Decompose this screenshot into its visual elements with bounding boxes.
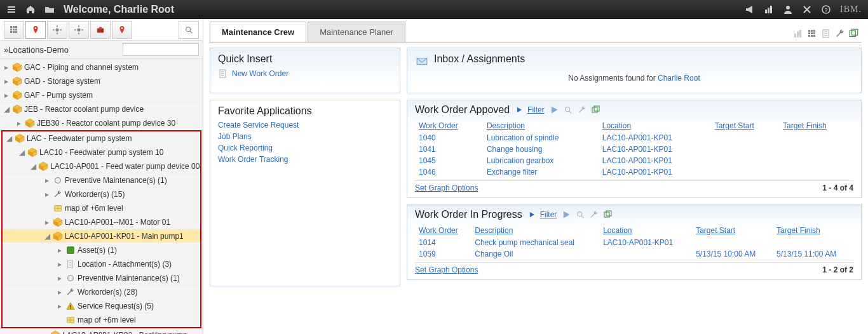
table-cell-link[interactable]: LAC10-AP001-KP01 bbox=[602, 145, 672, 154]
col-work-order[interactable]: Work Order bbox=[415, 224, 471, 237]
clear-icon[interactable] bbox=[590, 210, 599, 219]
table-cell-link[interactable]: Exchange filter bbox=[487, 168, 537, 177]
tree-node-gaf[interactable]: ▸GAF - Pump system bbox=[0, 88, 203, 102]
tree-node-pm1b[interactable]: ▸Preventive Maintenance(s) (1) bbox=[3, 271, 200, 285]
search-icon[interactable] bbox=[576, 210, 585, 219]
grid-view-button[interactable] bbox=[4, 21, 24, 39]
search-icon[interactable] bbox=[564, 105, 573, 114]
reports-icon[interactable] bbox=[764, 4, 774, 15]
table-cell-link[interactable]: Lubrication of spindle bbox=[487, 133, 559, 142]
wo-inprog-filter[interactable]: Filter bbox=[540, 210, 557, 219]
col-target-start[interactable]: Target Start bbox=[692, 224, 773, 237]
pin2-button[interactable] bbox=[112, 21, 132, 39]
table-cell-link[interactable]: 1041 bbox=[419, 145, 436, 154]
layout-icon[interactable] bbox=[807, 29, 817, 39]
col-target-finish[interactable]: Target Finish bbox=[773, 224, 853, 237]
tree-node-locattach[interactable]: ▸Location - Attachment(s) (3) bbox=[3, 257, 200, 271]
table-cell-link[interactable]: LAC10-AP001-KP01 bbox=[602, 133, 672, 142]
col-target-finish[interactable]: Target Finish bbox=[779, 119, 853, 132]
wo-inprog-graph-options[interactable]: Set Graph Options bbox=[415, 265, 478, 274]
inbox-user-link[interactable]: Charlie Root bbox=[658, 74, 700, 83]
tree-node-kp02[interactable]: ▸LAC10-AP001-KP02 - Backing pump bbox=[0, 328, 203, 334]
chevron-icon[interactable] bbox=[562, 210, 571, 219]
chart-config-icon[interactable] bbox=[793, 29, 803, 39]
gear2-button[interactable] bbox=[69, 21, 89, 39]
chevron-icon[interactable] bbox=[550, 105, 559, 114]
play-icon[interactable] bbox=[529, 211, 535, 218]
tab-maintenance-crew[interactable]: Maintenance Crew bbox=[210, 22, 306, 42]
tree-node-lac10[interactable]: ◢LAC10 - Feedwater pump system 10 bbox=[3, 145, 200, 159]
pin-view-button[interactable] bbox=[25, 21, 46, 39]
table-cell-link[interactable]: 1046 bbox=[419, 168, 436, 177]
table-cell-link[interactable]: 5/13/15 11:00 AM bbox=[776, 250, 836, 258]
tree-node-lac10ap001[interactable]: ◢LAC10-AP001 - Feed water pump device 00 bbox=[3, 159, 200, 173]
table-row[interactable]: 1046Exchange filterLAC10-AP001-KP01 bbox=[415, 166, 853, 178]
tree-node-gac[interactable]: ▸GAC - Piping and channel system bbox=[0, 60, 203, 74]
table-row[interactable]: 1059Change Oil5/13/15 10:00 AM5/13/15 11… bbox=[415, 248, 853, 260]
wo-inprog-count: 1 - 2 of 2 bbox=[822, 265, 853, 274]
edit-icon[interactable] bbox=[835, 29, 845, 39]
tree-node-wo28[interactable]: ▸Workorder(s) (28) bbox=[3, 285, 200, 299]
tree-node-jeb[interactable]: ◢JEB - Reactor coolant pump device bbox=[0, 102, 203, 116]
help-icon[interactable] bbox=[821, 4, 831, 15]
tree-node-m01[interactable]: ▸LAC10-AP001--M01 - Motor 01 bbox=[3, 215, 200, 229]
favorite-app-link[interactable]: Create Service Request bbox=[218, 121, 392, 130]
col-location[interactable]: Location bbox=[599, 119, 711, 132]
table-cell-link[interactable]: 1014 bbox=[419, 238, 436, 247]
tree-node-lac[interactable]: ◢LAC - Feedwater pump system bbox=[3, 131, 200, 145]
tree-node-gad[interactable]: ▸GAD - Storage system bbox=[0, 74, 203, 88]
clone-icon[interactable] bbox=[604, 210, 613, 219]
tree-node-assets[interactable]: ▸Asset(s) (1) bbox=[3, 243, 200, 257]
tab-maintenance-planer[interactable]: Maintenance Planer bbox=[308, 22, 405, 42]
clear-icon[interactable] bbox=[578, 105, 587, 114]
col-target-start[interactable]: Target Start bbox=[711, 119, 779, 132]
table-cell-link[interactable]: 1040 bbox=[419, 133, 436, 142]
tree-node-wo15[interactable]: ▸Workorder(s) (15) bbox=[3, 187, 200, 201]
bulletin-icon[interactable] bbox=[745, 4, 755, 15]
col-location[interactable]: Location bbox=[599, 224, 692, 237]
table-cell-link[interactable]: Lubrication gearbox bbox=[487, 156, 553, 165]
tree-node-map6b[interactable]: map of +6m level bbox=[3, 313, 200, 327]
table-cell-link[interactable]: LAC10-AP001-KP01 bbox=[602, 156, 672, 165]
panel-icon[interactable] bbox=[6, 4, 17, 15]
col-description[interactable]: Description bbox=[483, 119, 599, 132]
home-icon[interactable] bbox=[25, 4, 36, 15]
quick-insert-new-wo[interactable]: New Work Order bbox=[218, 69, 392, 79]
table-cell-link[interactable]: LAC10-AP001-KP01 bbox=[603, 238, 673, 247]
folder-icon[interactable] bbox=[44, 4, 55, 15]
col-work-order[interactable]: Work Order bbox=[415, 119, 483, 132]
add-portlet-icon[interactable] bbox=[821, 29, 831, 39]
favorite-app-link[interactable]: Quick Reporting bbox=[218, 144, 392, 152]
wo-approved-graph-options[interactable]: Set Graph Options bbox=[415, 184, 478, 192]
tree-node-kp01[interactable]: ◢LAC10-AP001-KP01 - Main pump1 bbox=[3, 229, 200, 243]
clone-icon[interactable] bbox=[592, 105, 600, 114]
table-cell-link[interactable]: 5/13/15 10:00 AM bbox=[696, 250, 756, 258]
favorite-app-link[interactable]: Work Order Tracking bbox=[218, 155, 392, 164]
sidebar-filter-input[interactable] bbox=[123, 43, 199, 56]
table-row[interactable]: 1045Lubrication gearboxLAC10-AP001-KP01 bbox=[415, 155, 853, 166]
table-cell-link[interactable]: 1059 bbox=[419, 250, 436, 258]
table-cell-link[interactable]: Change housing bbox=[487, 145, 542, 154]
table-row[interactable]: 1040Lubrication of spindleLAC10-AP001-KP… bbox=[415, 132, 853, 144]
wo-approved-filter[interactable]: Filter bbox=[527, 105, 545, 114]
sidebar-search-button[interactable] bbox=[179, 21, 199, 39]
close-icon[interactable] bbox=[802, 4, 812, 15]
tree-node-jeb30[interactable]: ▸JEB30 - Reactor coolant pump device 30 bbox=[0, 116, 203, 130]
breadcrumb-text[interactable]: Locations-Demo bbox=[8, 45, 69, 55]
tree-node-pm1[interactable]: ▸Preventive Maintenance(s) (1) bbox=[3, 173, 200, 187]
col-description[interactable]: Description bbox=[471, 224, 599, 237]
favorite-app-link[interactable]: Job Plans bbox=[218, 132, 392, 141]
table-row[interactable]: 1014Check pump mechanical sealLAC10-AP00… bbox=[415, 237, 853, 248]
briefcase-button[interactable] bbox=[90, 21, 111, 39]
profile-icon[interactable] bbox=[783, 4, 793, 15]
tree-node-sr5[interactable]: ▸Service Request(s) (5) bbox=[3, 299, 200, 313]
table-cell-link[interactable]: 1045 bbox=[419, 156, 436, 165]
table-row[interactable]: 1041Change housingLAC10-AP001-KP01 bbox=[415, 144, 853, 155]
tree-node-map6a[interactable]: map of +6m level bbox=[3, 201, 200, 215]
table-cell-link[interactable]: Check pump mechanical seal bbox=[475, 238, 574, 247]
gear-button[interactable] bbox=[47, 21, 67, 39]
play-icon[interactable] bbox=[516, 107, 522, 113]
refresh-icon[interactable] bbox=[849, 29, 859, 39]
table-cell-link[interactable]: Change Oil bbox=[475, 250, 513, 258]
table-cell-link[interactable]: LAC10-AP001-KP01 bbox=[602, 168, 672, 177]
